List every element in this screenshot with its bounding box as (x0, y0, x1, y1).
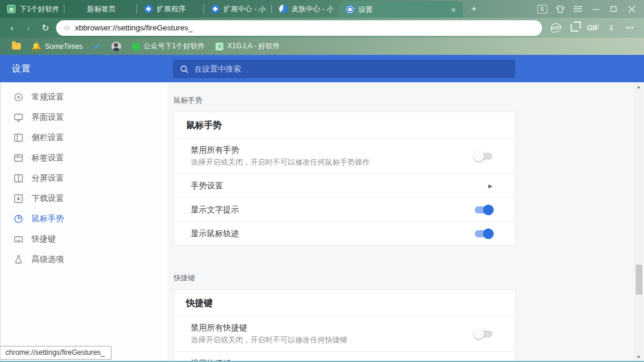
row-title: 禁用所有手势 (191, 145, 370, 156)
bookmark-avatar[interactable] (108, 40, 125, 53)
bookmark-check[interactable]: ✔ (90, 40, 104, 53)
blue-extension-icon (211, 5, 219, 13)
tab-settings-icon (14, 153, 23, 163)
tab-count-badge: 6 (537, 5, 547, 14)
wechat-icon (132, 42, 140, 51)
splitscreen-settings-icon (14, 174, 23, 183)
section-label-mouse-gestures: 鼠标手势 (174, 95, 634, 106)
tab-label: 下1个好软件 - 分 (20, 4, 58, 14)
card-title: 快捷键 (174, 290, 515, 316)
close-tab-icon[interactable]: × (440, 5, 456, 14)
tab-skin-center[interactable]: 皮肤中心 - 小白 (272, 0, 339, 18)
more-tools-icon[interactable]: ••• (621, 20, 639, 36)
green-app-icon: ▦ (7, 5, 16, 13)
scrollbar[interactable]: ▲ ▼ (634, 82, 643, 361)
hotkey-icon (14, 234, 23, 244)
forward-icon[interactable]: › (20, 20, 37, 36)
row-title: 手势设置 (191, 181, 223, 191)
setting-row-disable-all-hotkeys: 禁用所有快捷键 选择开启或关闭，开启时不可以修改任何快捷键 (174, 316, 515, 351)
tab-label: 扩展程序 (157, 4, 185, 14)
row-subtitle: 选择开启或关闭，开启时不可以修改任何快捷键 (191, 335, 348, 345)
general-settings-icon (14, 92, 23, 102)
back-icon[interactable]: ‹ (4, 20, 20, 36)
bookmark-folder[interactable] (8, 40, 24, 53)
blue-check-icon: ✔ (94, 42, 101, 51)
toggle-show-mouse-trail[interactable] (475, 230, 493, 237)
folder-icon (12, 43, 21, 49)
setting-row-show-text-tips: 显示文字提示 (174, 197, 515, 221)
bookmark-x1g[interactable]: X X1G.LA - 好软件 (212, 40, 283, 53)
row-title: 禁用所有快捷键 (191, 323, 348, 333)
sidebar-item-download[interactable]: 下载设置 (1, 188, 168, 209)
page-title: 设置 (12, 63, 31, 75)
download-icon[interactable]: ⇩ (602, 20, 621, 36)
assistant-icon[interactable]: ASST (547, 20, 565, 36)
window-controls: 6 (533, 0, 644, 18)
sidebar-item-sidepanel[interactable]: 侧栏设置 (1, 128, 168, 148)
row-title: 显示鼠标轨迹 (191, 228, 239, 239)
row-title: 显示文字提示 (191, 205, 239, 215)
toolbar-extensions: ASST GIF ⇩ ••• (547, 20, 644, 36)
menu-hamburger-icon[interactable] (569, 0, 587, 18)
bell-icon: 🔔 (32, 42, 41, 51)
blue-swirl-icon (279, 5, 287, 13)
blue-gear-icon (346, 5, 354, 14)
setting-row-gesture-settings[interactable]: 手势设置 ▶ (174, 174, 515, 197)
setting-row-show-mouse-trail: 显示鼠标轨迹 (174, 221, 515, 245)
sidebar-item-general[interactable]: 常规设置 (1, 87, 168, 107)
close-window-button[interactable] (623, 0, 640, 18)
theme-shirt-icon[interactable] (551, 0, 569, 18)
settings-search-box[interactable] (173, 60, 515, 78)
avatar (112, 42, 121, 51)
sidebar-item-hotkeys[interactable]: 快捷键 (1, 229, 168, 249)
hotkeys-card: 快捷键 禁用所有快捷键 选择开启或关闭，开启时不可以修改任何快捷键 设置快捷键 … (174, 289, 516, 361)
new-tab-button[interactable]: + (463, 0, 485, 18)
minimize-button[interactable] (587, 0, 605, 18)
setting-row-set-hotkeys[interactable]: 设置快捷键 ▶ (174, 351, 515, 361)
section-label-hotkeys: 快捷键 (174, 273, 634, 283)
settings-sidebar: 常规设置 界面设置 侧栏设置 标签设置 分屏设置 下载设置 (1, 82, 168, 361)
status-url-tooltip: chrome://settings/fireGestures_ (1, 346, 112, 360)
sidebar-item-tabs[interactable]: 标签设置 (1, 148, 168, 168)
sidebar-item-interface[interactable]: 界面设置 (1, 107, 168, 128)
download-settings-icon (14, 194, 23, 203)
settings-content: 鼠标手势 鼠标手势 禁用所有手势 选择开启或关闭，开启时不可以修改任何鼠标手势操… (168, 82, 634, 361)
settings-header: 设置 (0, 55, 644, 82)
maximize-button[interactable] (605, 0, 623, 18)
tab-settings-active[interactable]: 设置 × (339, 1, 463, 18)
chevron-right-icon: ▶ (488, 183, 493, 189)
browser-window: ▦ 下1个好软件 - 分 新标签页 扩展程序 扩展中心 - 小白 皮肤中心 - … (0, 0, 644, 362)
navigation-toolbar: ‹ › ↻ ☆ ASST GIF ⇩ ••• (0, 18, 644, 38)
tab-extension-center[interactable]: 扩展中心 - 小白 (204, 0, 272, 18)
url-input[interactable] (75, 23, 535, 32)
tab-label: 皮肤中心 - 小白 (292, 4, 333, 14)
mouse-gestures-card: 鼠标手势 禁用所有手势 选择开启或关闭，开启时不可以修改任何鼠标手势操作 手势设… (174, 112, 516, 246)
sidebar-item-advanced[interactable]: 高级选项 (1, 249, 168, 270)
reload-icon[interactable]: ↻ (37, 20, 54, 36)
toggle-disable-all-gestures[interactable] (475, 153, 493, 160)
tab-good-software[interactable]: ▦ 下1个好软件 - 分 (0, 0, 64, 18)
sidebar-item-splitscreen[interactable]: 分屏设置 (1, 168, 168, 188)
advanced-options-icon (14, 255, 23, 264)
bookmark-sometimes[interactable]: 🔔 SomeTimes (28, 40, 86, 53)
tab-count-button[interactable]: 6 (533, 0, 551, 18)
gif-recorder-icon[interactable]: GIF (584, 20, 602, 36)
scrollbar-thumb[interactable] (636, 265, 642, 295)
settings-search-input[interactable] (194, 64, 508, 73)
address-bar[interactable]: ☆ (56, 20, 542, 36)
tab-new-tab-page[interactable]: 新标签页 (64, 0, 137, 18)
tab-label: 新标签页 (87, 4, 116, 14)
toggle-show-text-tips[interactable] (475, 206, 493, 214)
tab-label: 扩展中心 - 小白 (224, 4, 266, 14)
sidebar-item-mouse-gestures[interactable]: 鼠标手势 (1, 209, 168, 229)
screenshot-crop-icon[interactable] (565, 20, 584, 36)
scroll-up-icon[interactable]: ▲ (634, 82, 643, 91)
tab-extensions[interactable]: 扩展程序 (137, 0, 204, 18)
toggle-disable-all-hotkeys[interactable] (475, 330, 493, 338)
search-icon (180, 65, 188, 73)
bookmark-star-icon[interactable]: ☆ (63, 23, 70, 32)
bookmark-wechat-account[interactable]: 公众号下1个好软件 (128, 40, 209, 53)
bookmark-label: 公众号下1个好软件 (144, 41, 205, 51)
bookmarks-bar: 🔔 SomeTimes ✔ 公众号下1个好软件 X X1G.LA - 好软件 (0, 38, 644, 55)
scroll-down-icon[interactable]: ▼ (634, 352, 643, 361)
